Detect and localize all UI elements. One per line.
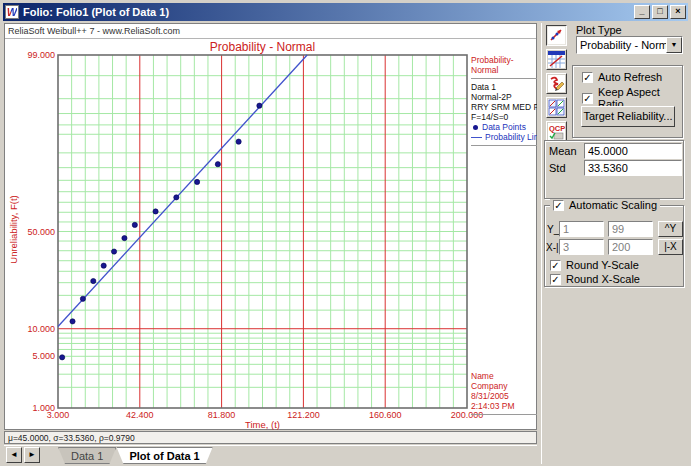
list-item: RRY SRM MED FM (471, 102, 537, 112)
y-min-field[interactable] (559, 221, 604, 237)
probability-plot[interactable]: 3.00042.40081.800121.200160.600200.00099… (5, 24, 538, 431)
target-reliability-button[interactable]: Target Reliability... (581, 106, 675, 127)
plot-setup-icon[interactable] (546, 49, 567, 70)
round-y-scale-checkbox[interactable]: ✓ (550, 260, 561, 271)
svg-text:10.000: 10.000 (27, 324, 55, 334)
x-min-field[interactable] (559, 239, 604, 255)
round-y-scale-label: Round Y-Scale (566, 259, 639, 271)
list-item: 2:14:03 PM (471, 401, 537, 411)
tab-scroll-left-icon[interactable]: ◄ (6, 447, 22, 463)
signature-lines: NameCompany8/31/20052:14:03 PM (471, 371, 537, 411)
plot-title: Probability - Normal (5, 40, 520, 54)
keep-aspect-ratio-checkbox[interactable]: ✓ (582, 93, 593, 104)
legend-divider (471, 78, 537, 79)
close-button[interactable]: × (670, 5, 686, 19)
automatic-scaling-checkbox[interactable]: ✓ (553, 200, 564, 211)
watermark-text: ReliaSoft Weibull++ 7 - www.ReliaSoft.co… (8, 26, 180, 36)
data-point-marker-icon (473, 125, 478, 130)
list-item: F=14/S=0 (471, 112, 537, 122)
round-x-scale-label: Round X-Scale (566, 273, 640, 285)
application-window: W Folio: Folio1 (Plot of Data 1) _ □ × 3… (0, 0, 691, 466)
y-max-field[interactable] (608, 221, 653, 237)
chevron-down-icon[interactable]: ▼ (666, 37, 682, 53)
svg-text:QCP: QCP (549, 124, 565, 133)
plot-signature: NameCompany8/31/20052:14:03 PM (471, 371, 537, 418)
header-divider (5, 38, 536, 39)
auto-refresh-label: Auto Refresh (598, 71, 662, 83)
automatic-scaling-label: Automatic Scaling (569, 199, 657, 211)
plot-type-dropdown[interactable]: Probability - Normal ▼ (576, 36, 683, 54)
legend-info-lines: Data 1Normal-2PRRY SRM MED FMF=14/S=0 (471, 82, 537, 122)
svg-text:50.000: 50.000 (27, 227, 55, 237)
redraw-plot-icon[interactable] (546, 25, 567, 46)
maximize-button[interactable]: □ (652, 5, 668, 19)
legend-line-label: Probability Line (485, 132, 537, 142)
window-title: Folio: Folio1 (Plot of Data 1) (23, 6, 632, 18)
plot-area: 3.00042.40081.800121.200160.600200.00099… (4, 23, 537, 430)
tab-scroll-right-icon[interactable]: ► (24, 447, 40, 463)
plot-type-value: Probability - Normal (577, 37, 666, 53)
round-x-scale-option[interactable]: ✓ Round X-Scale (550, 273, 640, 285)
list-item: Normal-2P (471, 92, 537, 102)
round-x-scale-checkbox[interactable]: ✓ (550, 274, 561, 285)
minimize-button[interactable]: _ (634, 5, 650, 19)
plot-legend: Probability-Normal Data 1Normal-2PRRY SR… (471, 55, 537, 149)
legend-title: Probability-Normal (471, 55, 537, 75)
qcp-icon[interactable]: QCP (546, 121, 567, 142)
mean-label: Mean (549, 145, 577, 157)
plot-status-bar: μ=45.0000, σ=33.5360, ρ=0.9790 (4, 431, 537, 444)
svg-text:5.000: 5.000 (32, 351, 55, 361)
legend-probability-line-row: Probability Line (471, 132, 537, 142)
y-scale-label: Y_ (547, 224, 559, 235)
set-x-scale-button[interactable]: |-X (658, 239, 683, 255)
plot-type-label: Plot Type (576, 24, 622, 36)
legend-divider-bottom (471, 145, 537, 146)
tab-plot-of-data-1[interactable]: Plot of Data 1 (116, 447, 212, 464)
overlay-plot-icon[interactable] (546, 97, 567, 118)
list-item: Data 1 (471, 82, 537, 92)
tab-data-1[interactable]: Data 1 (58, 447, 116, 464)
list-item: 8/31/2005 (471, 391, 537, 401)
auto-refresh-option[interactable]: ✓ Auto Refresh (582, 71, 662, 83)
title-bar: W Folio: Folio1 (Plot of Data 1) _ □ × (3, 3, 688, 21)
rs-draw-icon[interactable] (546, 73, 567, 94)
mean-field[interactable] (584, 143, 682, 159)
x-max-field[interactable] (608, 239, 653, 255)
svg-text:1.000: 1.000 (32, 403, 55, 413)
std-field[interactable] (584, 160, 682, 176)
probability-line-marker-icon (471, 137, 482, 138)
automatic-scaling-option[interactable]: ✓ Automatic Scaling (550, 199, 660, 211)
auto-refresh-checkbox[interactable]: ✓ (582, 72, 593, 83)
sheet-tab-bar: ◄ ► Data 1 Plot of Data 1 (4, 445, 537, 464)
std-label: Std (549, 162, 566, 174)
list-item: Company (471, 381, 537, 391)
legend-data-points-row: Data Points (471, 122, 537, 132)
x-axis-title: Time, (t) (58, 419, 467, 430)
list-item: Name (471, 371, 537, 381)
plot-control-panel: QCP Plot Type Probability - Normal ▼ ✓ A… (541, 23, 688, 464)
set-y-scale-button[interactable]: ^Y (658, 221, 683, 237)
legend-point-label: Data Points (482, 122, 526, 132)
signature-divider (471, 414, 537, 415)
round-y-scale-option[interactable]: ✓ Round Y-Scale (550, 259, 639, 271)
weibull-app-icon[interactable]: W (5, 5, 19, 19)
y-axis-title: Unreliability, F(t) (8, 160, 19, 300)
x-scale-label: X-| (546, 242, 559, 253)
